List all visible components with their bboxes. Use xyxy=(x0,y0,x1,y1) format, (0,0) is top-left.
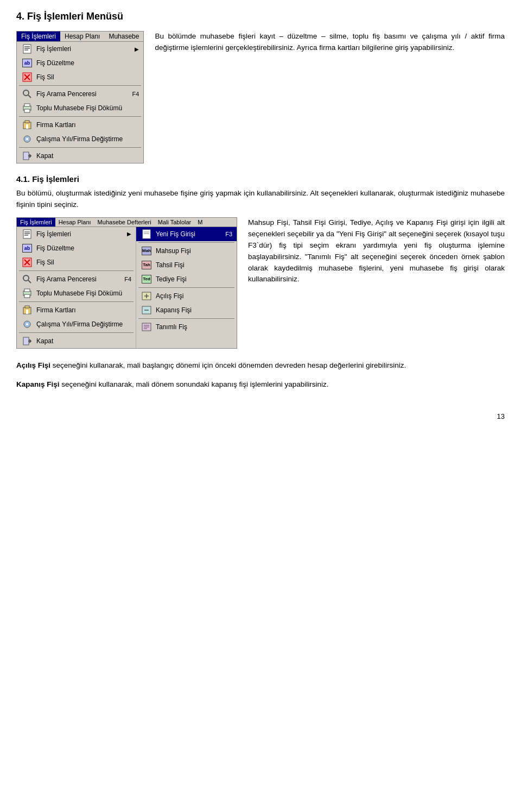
submenu-item-label: Mahsup Fişi xyxy=(156,247,191,255)
receipt-icon-2 xyxy=(21,229,33,240)
wide-bar-item-hesap[interactable]: Hesap Planı xyxy=(55,218,94,226)
wide-bar-item-m[interactable]: M xyxy=(194,218,206,226)
svg-rect-33 xyxy=(26,310,28,314)
left-menu-label: Toplu Muhasebe Fişi Dökümü xyxy=(36,289,122,297)
right-text-paragraph: Mahsup Fişi, Tahsil Fişi Girişi, Tediye,… xyxy=(248,217,505,286)
tanimli-icon xyxy=(141,322,153,332)
left-menu-label: Fiş Sil xyxy=(36,259,54,266)
page-number: 13 xyxy=(16,412,505,420)
menu-item-fis-duzeltme[interactable]: ab Fiş Düzeltme xyxy=(17,56,143,70)
receipt-icon xyxy=(21,43,33,54)
arrow-icon: ▶ xyxy=(135,46,139,52)
left-menu-label: Çalışma Yılı/Firma Değiştirme xyxy=(36,320,123,328)
svg-rect-10 xyxy=(24,104,30,106)
svg-rect-38 xyxy=(143,230,150,238)
menu-bar-item-fis[interactable]: Fiş İşlemleri xyxy=(17,32,60,41)
menu-item-toplu[interactable]: Toplu Muhasebe Fişi Dökümü xyxy=(17,101,143,115)
menu-bar-item-muhasebe[interactable]: Muhasebe xyxy=(104,32,143,41)
left-menu-calisma[interactable]: Çalışma Yılı/Firma Değiştirme xyxy=(17,317,136,331)
menu-content-area: Fiş İşlemleri ▶ ab Fiş Düzeltme Fiş Sil xyxy=(17,227,237,348)
menu-item-fis-sil[interactable]: Fiş Sil xyxy=(17,70,143,84)
left-menu-duzeltme[interactable]: ab Fiş Düzeltme xyxy=(17,241,136,255)
menu-bar-item-hesap[interactable]: Hesap Planı xyxy=(60,32,104,41)
section41-text: Bu bölümü, oluşturmak istediğiniz yeni m… xyxy=(16,188,505,211)
menu-item-arama[interactable]: Fiş Arama Penceresi F4 xyxy=(17,87,143,101)
menu-item-kapat[interactable]: Kapat xyxy=(17,149,143,163)
ab-icon: ab xyxy=(21,58,33,68)
submenu-item-label: Tediye Fişi xyxy=(156,275,187,283)
menu-item-fis-islemleri[interactable]: Fiş İşlemleri ▶ xyxy=(17,42,143,56)
submenu-item-tanimli[interactable]: Tanımlı Fiş xyxy=(136,320,237,334)
wide-bar-item-mali[interactable]: Mali Tablolar xyxy=(155,218,195,226)
svg-line-8 xyxy=(28,95,31,98)
submenu-item-label: Yeni Fiş Girişi xyxy=(156,230,195,238)
svg-rect-19 xyxy=(23,230,31,238)
menu-item-label: Fiş Sil xyxy=(36,73,54,81)
wide-bar-item-muhasebe[interactable]: Muhasebe Defterleri xyxy=(94,218,155,226)
wide-menu-box: Fiş İşlemleri Hesap Planı Muhasebe Defte… xyxy=(16,217,237,349)
kapanis-icon xyxy=(141,305,153,316)
bottom-text-2: Kapanış Fişi seçeneğini kullanarak, mali… xyxy=(16,379,505,391)
shortcut-label: F4 xyxy=(132,91,139,97)
tah-icon: Tah xyxy=(141,260,153,270)
left-menu-toplu[interactable]: Toplu Muhasebe Fişi Dökümü xyxy=(17,286,136,300)
company-icon xyxy=(21,119,33,130)
submenu-item-acilis[interactable]: Açılış Fişi xyxy=(136,289,237,303)
ab-icon-2: ab xyxy=(21,243,33,254)
intro-paragraph: Bu bölümde muhasebe fişleri kayıt – düze… xyxy=(155,31,505,54)
left-menu-sil[interactable]: Fiş Sil xyxy=(17,255,136,269)
menu-item-firma-kartlari[interactable]: Firma Kartları xyxy=(17,118,143,132)
menu-item-label: Fiş İşlemleri xyxy=(36,45,71,53)
svg-rect-29 xyxy=(24,289,30,292)
shortcut-2: F4 xyxy=(124,276,131,282)
svg-rect-36 xyxy=(23,337,29,345)
menu-item-label: Kapat xyxy=(36,152,53,160)
submenu-item-label: Tanımlı Fiş xyxy=(156,323,187,331)
left-menu-label: Kapat xyxy=(36,337,53,345)
section-41-title: 4.1. Fiş İşlemleri xyxy=(16,174,505,184)
menu-item-calisma-yili[interactable]: Çalışma Yılı/Firma Değiştirme xyxy=(17,132,143,146)
left-menu-label: Fiş İşlemleri xyxy=(36,230,71,238)
search-icon xyxy=(21,89,33,99)
print-icon-2 xyxy=(21,288,33,299)
svg-point-7 xyxy=(23,90,29,96)
left-menu-fis-islemleri[interactable]: Fiş İşlemleri ▶ xyxy=(17,227,136,241)
left-menu-label: Firma Kartları xyxy=(36,306,76,314)
left-menu-arama[interactable]: Fiş Arama Penceresi F4 xyxy=(17,272,136,286)
intro-text-col: Bu bölümde muhasebe fişleri kayıt – düze… xyxy=(155,31,505,163)
svg-rect-13 xyxy=(25,121,29,123)
acilis-icon xyxy=(141,291,153,301)
left-menu-label: Fiş Arama Penceresi xyxy=(36,275,97,283)
svg-point-26 xyxy=(23,275,29,281)
print-icon xyxy=(21,103,33,114)
submenu-item-mahsup[interactable]: Mah Mahsup Fişi xyxy=(136,244,237,258)
kapanis-rest: seçeneğini kullanarak, mali dönem sonund… xyxy=(60,380,329,388)
menu-item-label: Firma Kartları xyxy=(36,121,76,129)
submenu-item-tahsil[interactable]: Tah Tahsil Fişi xyxy=(136,258,237,272)
menu-bar-1: Fiş İşlemleri Hesap Planı Muhasebe xyxy=(17,32,143,42)
left-menu-kapat[interactable]: Kapat xyxy=(17,334,136,348)
left-menu: Fiş İşlemleri ▶ ab Fiş Düzeltme Fiş Sil xyxy=(17,227,136,348)
settings-icon-2 xyxy=(21,319,33,330)
menu-item-label: Fiş Düzeltme xyxy=(36,59,74,67)
menu-item-label: Fiş Arama Penceresi xyxy=(36,90,97,98)
menu-item-label: Çalışma Yılı/Firma Değiştirme xyxy=(36,135,123,143)
submenu-item-tediye[interactable]: Ted Tediye Fişi xyxy=(136,272,237,286)
search-icon-2 xyxy=(21,274,33,285)
right-submenu: Yeni Fiş Girişi F3 Mah Mahsup Fişi Tah T… xyxy=(136,227,237,348)
svg-rect-32 xyxy=(25,306,29,308)
submenu-item-yeni-fis[interactable]: Yeni Fiş Girişi F3 xyxy=(136,227,237,241)
menu-section-2: Fiş İşlemleri Hesap Planı Muhasebe Defte… xyxy=(16,217,505,349)
shortcut-sub: F3 xyxy=(225,231,232,237)
menu-box-1: Fiş İşlemleri Hesap Planı Muhasebe Fiş İ… xyxy=(16,31,144,163)
svg-line-27 xyxy=(28,280,31,283)
svg-rect-17 xyxy=(23,152,29,160)
left-menu-firma[interactable]: Firma Kartları xyxy=(17,303,136,317)
wide-bar-item-fis[interactable]: Fiş İşlemleri xyxy=(17,218,55,226)
submenu-item-label: Kapanış Fişi xyxy=(156,306,192,314)
svg-rect-30 xyxy=(24,294,30,298)
settings-icon xyxy=(21,134,33,144)
mah-icon: Mah xyxy=(141,246,153,256)
svg-point-35 xyxy=(26,323,28,325)
submenu-item-kapanis[interactable]: Kapanış Fişi xyxy=(136,303,237,317)
